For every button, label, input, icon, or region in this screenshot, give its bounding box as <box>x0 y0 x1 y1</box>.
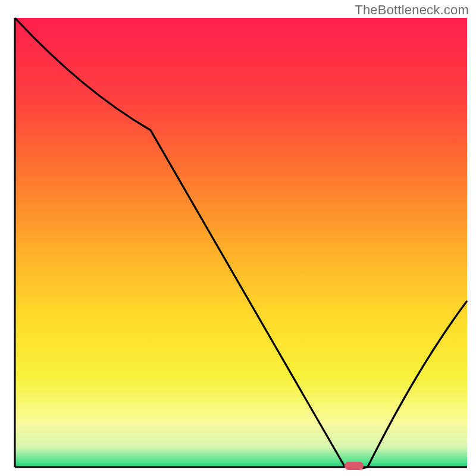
chart-background <box>15 18 467 467</box>
bottleneck-chart <box>0 0 476 476</box>
chart-container: TheBottleneck.com <box>0 0 476 476</box>
optimal-marker <box>345 462 364 470</box>
